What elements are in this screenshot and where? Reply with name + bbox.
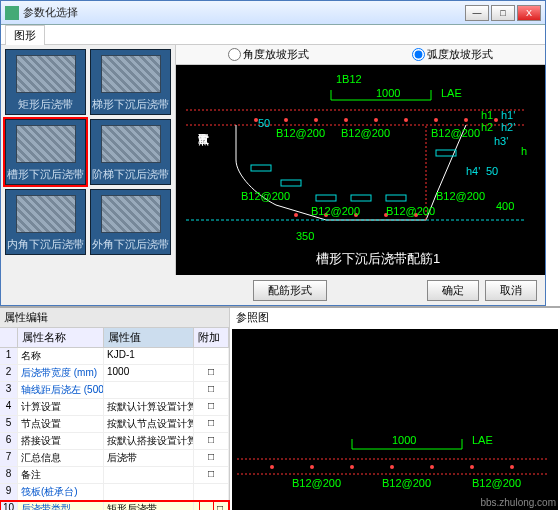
prop-rows: 1名称KJD-12后浇带宽度 (mm)1000□3轴线距后浇左 (500)□4计… [0, 348, 229, 510]
palette-label: 阶梯下沉后浇带 [92, 167, 169, 182]
cad2-b12c: B12@200 [472, 477, 521, 489]
prop-header: 属性名称 属性值 附加 [0, 328, 229, 348]
palette-label: 内角下沉后浇带 [7, 237, 84, 252]
svg-point-22 [350, 465, 354, 469]
property-editor: 属性编辑 属性名称 属性值 附加 1名称KJD-12后浇带宽度 (mm)1000… [0, 308, 230, 510]
svg-point-8 [494, 118, 498, 122]
dialog-title: 参数化选择 [23, 5, 465, 20]
palette-item-trap[interactable]: 梯形下沉后浇带 [90, 49, 171, 115]
svg-point-3 [344, 118, 348, 122]
palette-label: 梯形下沉后浇带 [92, 97, 169, 112]
svg-point-2 [314, 118, 318, 122]
cad-h2p: h2' [501, 121, 515, 133]
cad-b12-4: B12@200 [241, 190, 290, 202]
cad-lae: LAE [441, 87, 462, 99]
cad2-lae: LAE [472, 434, 493, 446]
cad-b12-6: B12@200 [386, 205, 435, 217]
cad-50b: 50 [258, 117, 270, 129]
ok-button[interactable]: 确定 [427, 280, 479, 301]
svg-point-7 [464, 118, 468, 122]
col-name: 属性名称 [18, 328, 104, 347]
prop-row[interactable]: 5节点设置按默认节点设置计算□ [0, 416, 229, 433]
cad-350: 350 [296, 230, 314, 242]
svg-point-6 [434, 118, 438, 122]
cad2-b12b: B12@200 [382, 477, 431, 489]
cad2-1000: 1000 [392, 434, 416, 446]
palette-item-groove[interactable]: 槽形下沉后浇带 [5, 119, 86, 185]
rebar-style-button[interactable]: 配筋形式 [253, 280, 327, 301]
cad-h1p: h1' [501, 109, 515, 121]
cad-rebar-top: 1B12 [336, 73, 362, 85]
cad2-b12a: B12@200 [292, 477, 341, 489]
app-icon [5, 6, 19, 20]
preview-panel: 参照图 1000 LAE B12@200 B12@200 B12@200 [230, 308, 560, 510]
cad-preview-main[interactable]: 1B12 1000 LAE B12@200 B12@200 B12@200 B1… [176, 65, 545, 275]
prop-row[interactable]: 3轴线距后浇左 (500)□ [0, 382, 229, 399]
svg-point-5 [404, 118, 408, 122]
cad-b12-7: B12@200 [436, 190, 485, 202]
prop-row[interactable]: 8备注□ [0, 467, 229, 484]
prop-row[interactable]: 10后浇带类型矩形后浇带... □ [0, 501, 229, 510]
col-extra: 附加 [194, 328, 229, 347]
maximize-button[interactable]: □ [491, 5, 515, 21]
prop-row[interactable]: 2后浇带宽度 (mm)1000□ [0, 365, 229, 382]
cad-h4p: h4' [466, 165, 480, 177]
prop-row[interactable]: 4计算设置按默认计算设置计算□ [0, 399, 229, 416]
svg-point-20 [270, 465, 274, 469]
cad-svg [176, 65, 536, 270]
radio-row: 角度放坡形式 弧度放坡形式 [176, 45, 545, 65]
prop-row[interactable]: 1名称KJD-1 [0, 348, 229, 365]
svg-point-26 [510, 465, 514, 469]
tab-row: 图形 [1, 25, 545, 45]
col-value: 属性值 [104, 328, 194, 347]
watermark: bbs.zhulong.com [480, 497, 556, 508]
svg-point-9 [294, 213, 298, 217]
close-button[interactable]: X [517, 5, 541, 21]
svg-point-4 [374, 118, 378, 122]
cad-title: 槽形下沉后浇带配筋1 [316, 250, 440, 268]
titlebar[interactable]: 参数化选择 — □ X [1, 1, 545, 25]
cad-h: h [521, 145, 527, 157]
palette-item-outer[interactable]: 外角下沉后浇带 [90, 189, 171, 255]
radio-arc[interactable]: 弧度放坡形式 [412, 47, 493, 62]
cad-h1: h1 [481, 109, 493, 121]
svg-point-1 [284, 118, 288, 122]
cad-h3p: h3' [494, 135, 508, 147]
prop-row[interactable]: 6搭接设置按默认搭接设置计算□ [0, 433, 229, 450]
lower-panel: 属性编辑 属性名称 属性值 附加 1名称KJD-12后浇带宽度 (mm)1000… [0, 306, 560, 510]
svg-rect-18 [386, 195, 406, 201]
svg-rect-16 [316, 195, 336, 201]
svg-rect-14 [251, 165, 271, 171]
dialog-buttons: 配筋形式 确定 取消 [1, 275, 545, 305]
svg-rect-15 [281, 180, 301, 186]
cad-b12-5: B12@200 [311, 205, 360, 217]
preview-title: 参照图 [230, 308, 560, 327]
palette-item-inner[interactable]: 内角下沉后浇带 [5, 189, 86, 255]
palette-label: 矩形后浇带 [18, 97, 73, 112]
cad-400: 400 [496, 200, 514, 212]
radio-angle[interactable]: 角度放坡形式 [228, 47, 309, 62]
cad-dim-1000: 1000 [376, 87, 400, 99]
prop-row[interactable]: 7汇总信息后浇带□ [0, 450, 229, 467]
prop-row[interactable]: 9筏板(桩承台) [0, 484, 229, 501]
param-dialog: 参数化选择 — □ X 图形 矩形后浇带 梯形下沉后浇带 槽形下沉后浇带 阶梯下… [0, 0, 546, 306]
prop-title: 属性编辑 [0, 308, 229, 328]
palette-item-rect[interactable]: 矩形后浇带 [5, 49, 86, 115]
cad-h2: h2 [481, 121, 493, 133]
svg-point-21 [310, 465, 314, 469]
palette-label: 外角下沉后浇带 [92, 237, 169, 252]
palette-item-step[interactable]: 阶梯下沉后浇带 [90, 119, 171, 185]
cad-50a: 50 [486, 165, 498, 177]
cad-preview-ref[interactable]: 1000 LAE B12@200 B12@200 B12@200 [232, 329, 558, 510]
minimize-button[interactable]: — [465, 5, 489, 21]
palette-label: 槽形下沉后浇带 [7, 167, 84, 182]
svg-point-25 [470, 465, 474, 469]
svg-point-24 [430, 465, 434, 469]
cad-b12-2: B12@200 [341, 127, 390, 139]
tab-shape[interactable]: 图形 [5, 25, 45, 45]
svg-point-23 [390, 465, 394, 469]
cancel-button[interactable]: 取消 [485, 280, 537, 301]
svg-rect-17 [351, 195, 371, 201]
cad-b12-3: B12@200 [431, 127, 480, 139]
cad-b12-1: B12@200 [276, 127, 325, 139]
